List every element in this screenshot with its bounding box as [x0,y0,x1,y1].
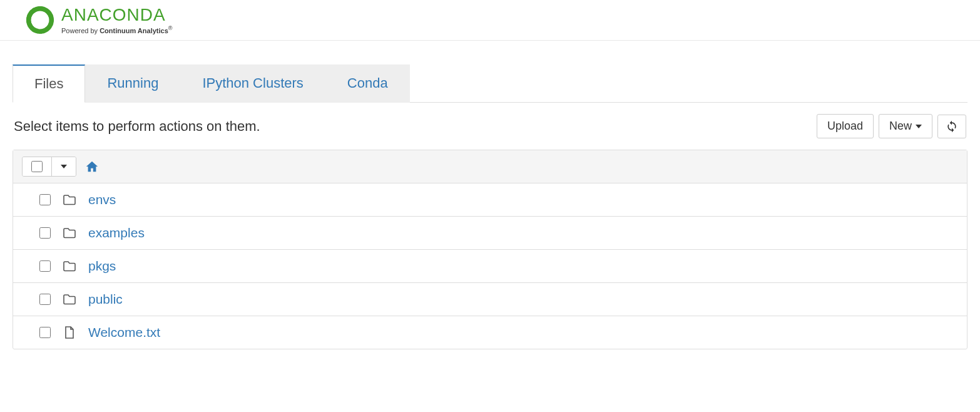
brand-title: ANACONDA [61,6,173,24]
caret-down-icon [916,125,922,128]
item-name-link[interactable]: pkgs [88,259,116,274]
tagline-prefix: Powered by [61,26,100,34]
list-item: Welcome.txt [13,316,967,349]
row-checkbox[interactable] [39,260,51,272]
folder-icon [62,259,77,274]
folder-icon [62,225,77,240]
button-label: Upload [827,120,863,133]
toolbar: Select items to perform actions on them.… [13,103,967,150]
select-all-checkbox[interactable] [31,161,43,172]
list-item: examples [13,216,967,249]
select-all-checkbox-wrapper[interactable] [23,157,51,176]
button-label: New [889,120,912,133]
row-checkbox[interactable] [39,294,51,305]
refresh-button[interactable] [937,115,966,138]
tagline-bold: Continuum Analytics [100,26,168,34]
item-name-link[interactable]: examples [88,225,145,240]
row-checkbox[interactable] [39,227,51,239]
main-tabs: Files Running IPython Clusters Conda [13,64,967,103]
item-name-link[interactable]: envs [88,192,116,207]
tab-ipython-clusters[interactable]: IPython Clusters [180,64,325,103]
tab-running[interactable]: Running [85,64,180,103]
upload-button[interactable]: Upload [817,114,874,138]
breadcrumb-home[interactable] [85,160,99,173]
home-icon [85,160,99,173]
file-icon [62,325,77,340]
anaconda-ring-icon [25,5,55,35]
list-item: pkgs [13,249,967,282]
caret-down-icon [61,165,67,168]
list-item: public [13,282,967,316]
selection-hint: Select items to perform actions on them. [14,118,260,135]
row-checkbox[interactable] [39,194,51,205]
select-all-group [22,157,76,177]
tab-conda[interactable]: Conda [325,64,410,103]
list-item: envs [13,183,967,216]
toolbar-actions: Upload New [817,114,966,138]
item-name-link[interactable]: Welcome.txt [88,325,160,340]
folder-icon [62,292,77,307]
tab-files[interactable]: Files [13,64,85,103]
tab-label: IPython Clusters [202,75,303,91]
brand-text: ANACONDA Powered by Continuum Analytics® [61,6,173,34]
header: ANACONDA Powered by Continuum Analytics® [0,0,980,41]
tab-label: Files [34,76,63,91]
new-dropdown-button[interactable]: New [879,114,932,138]
refresh-icon [946,120,958,133]
tab-label: Running [107,75,158,91]
item-name-link[interactable]: public [88,292,123,307]
brand-tagline: Powered by Continuum Analytics® [61,25,173,34]
row-checkbox[interactable] [39,327,51,338]
list-header [13,150,967,183]
tab-label: Conda [347,75,388,91]
select-dropdown[interactable] [51,157,76,176]
folder-icon [62,192,77,207]
brand-logo[interactable]: ANACONDA Powered by Continuum Analytics® [25,5,967,35]
file-listing: envs examples pkgs public Welcome.txt [13,150,967,349]
